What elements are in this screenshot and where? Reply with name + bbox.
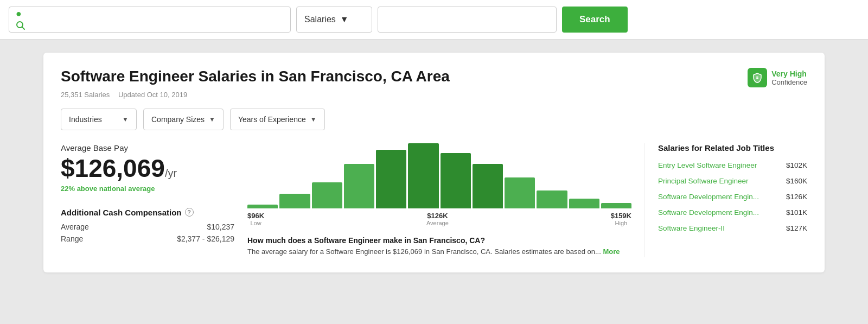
chart-panel: $96K Low $126K Average $159K High How mu…: [234, 143, 644, 257]
histogram-bar: [312, 182, 342, 208]
related-job-row: Software Development Engin...$126K: [658, 193, 807, 201]
confidence-text: Very High Confidence: [771, 69, 807, 86]
search-bar: ● Software Engineer Salaries ▼ San Franc…: [0, 0, 868, 40]
avg-value-label: $126K: [427, 212, 448, 220]
related-job-salary: $127K: [786, 224, 807, 232]
confidence-badge: Very High Confidence: [748, 68, 807, 87]
chart-labels: $96K Low $126K Average $159K High: [247, 212, 631, 226]
related-job-link[interactable]: Software Development Engin...: [658, 193, 759, 201]
related-title: Salaries for Related Job Titles: [658, 143, 807, 153]
updated-date: Updated Oct 10, 2019: [118, 91, 187, 99]
histogram-bar: [441, 153, 471, 208]
related-job-row: Software Development Engin...$101K: [658, 208, 807, 217]
company-sizes-chevron-icon: ▼: [209, 116, 215, 123]
right-panel: Salaries for Related Job Titles Entry Le…: [644, 143, 807, 257]
average-cash-value: $10,237: [207, 223, 234, 231]
description-body: The average salary for a Software Engine…: [247, 247, 601, 256]
more-link[interactable]: More: [603, 247, 620, 256]
description-title: How much does a Software Engineer make i…: [247, 236, 485, 245]
years-chevron-icon: ▼: [310, 116, 317, 123]
related-job-salary: $101K: [786, 208, 807, 217]
company-sizes-label: Company Sizes: [151, 115, 205, 124]
chart-low-label: $96K Low: [247, 212, 264, 226]
low-sub: Low: [250, 220, 261, 226]
low-value: $96K: [247, 212, 264, 220]
additional-cash-section: Additional Cash Compensation ? Average $…: [61, 208, 234, 243]
confidence-shield-icon: [748, 68, 767, 87]
card-body: Average Base Pay $126,069/yr 22% above n…: [61, 143, 807, 257]
salary-histogram: [247, 143, 631, 208]
histogram-bar: [376, 150, 406, 208]
svg-line-1: [22, 27, 25, 30]
left-panel: Average Base Pay $126,069/yr 22% above n…: [61, 143, 234, 257]
histogram-bar: [569, 199, 599, 208]
card-title: Software Engineer Salaries in San Franci…: [61, 68, 450, 85]
cash-average-row: Average $10,237: [61, 223, 234, 231]
avg-base-pay-value: $126,069/yr: [61, 155, 234, 182]
category-select[interactable]: Salaries ▼: [296, 7, 372, 33]
industries-chevron-icon: ▼: [122, 116, 129, 123]
histogram-bar: [279, 194, 310, 208]
card-meta: 25,351 Salaries Updated Oct 10, 2019: [61, 91, 807, 99]
related-job-salary: $102K: [786, 161, 807, 169]
high-value: $159K: [611, 212, 631, 220]
related-job-link[interactable]: Entry Level Software Engineer: [658, 161, 757, 169]
category-label: Salaries: [304, 15, 336, 24]
location-search-input[interactable]: San Francisco, CA: [386, 15, 548, 24]
cash-range-row: Range $2,377 - $26,129: [61, 234, 234, 243]
histogram-bar: [473, 164, 503, 209]
svg-rect-3: [756, 78, 758, 79]
help-icon[interactable]: ?: [185, 208, 194, 217]
histogram-bar: [505, 177, 535, 208]
range-label: Range: [61, 234, 83, 243]
related-job-salary: $160K: [786, 177, 807, 185]
job-search-input[interactable]: Software Engineer: [37, 14, 284, 25]
high-sub: High: [615, 220, 628, 226]
salary-card: Software Engineer Salaries in San Franci…: [43, 53, 825, 272]
related-job-link[interactable]: Principal Software Engineer: [658, 177, 749, 185]
related-job-row: Entry Level Software Engineer$102K: [658, 161, 807, 169]
chart-avg-label: $126K Average: [426, 212, 449, 226]
range-value: $2,377 - $26,129: [177, 234, 234, 243]
company-sizes-filter[interactable]: Company Sizes ▼: [143, 109, 224, 130]
above-national-avg: 22% above national average: [61, 185, 234, 193]
avg-sub: Average: [426, 220, 449, 226]
average-label: Average: [61, 223, 89, 231]
chart-description: How much does a Software Engineer make i…: [247, 235, 631, 257]
histogram-bar: [601, 203, 631, 209]
card-header: Software Engineer Salaries in San Franci…: [61, 68, 807, 87]
svg-rect-2: [756, 77, 758, 78]
salaries-count: 25,351 Salaries: [61, 91, 110, 99]
histogram-bar: [537, 190, 567, 208]
related-jobs-list: Entry Level Software Engineer$102KPrinci…: [658, 161, 807, 232]
histogram-bar: [408, 143, 438, 208]
years-label: Years of Experience: [238, 115, 306, 124]
histogram-bar: [344, 164, 374, 209]
very-high-label: Very High: [771, 69, 807, 78]
industries-filter[interactable]: Industries ▼: [61, 109, 137, 130]
related-job-link[interactable]: Software Development Engin...: [658, 208, 759, 217]
related-job-salary: $126K: [786, 193, 807, 201]
chevron-down-icon: ▼: [340, 15, 349, 24]
search-icon: ●: [16, 8, 33, 31]
related-job-link[interactable]: Software Engineer-II: [658, 224, 725, 232]
related-job-row: Software Engineer-II$127K: [658, 224, 807, 232]
additional-cash-title: Additional Cash Compensation ?: [61, 208, 234, 217]
years-experience-filter[interactable]: Years of Experience ▼: [230, 109, 325, 130]
chart-high-label: $159K High: [611, 212, 631, 226]
location-search-wrapper: San Francisco, CA: [378, 7, 557, 33]
industries-label: Industries: [69, 115, 102, 124]
avg-base-pay-label: Average Base Pay: [61, 143, 234, 153]
main-content: Software Engineer Salaries in San Franci…: [0, 40, 868, 285]
histogram-bar: [247, 205, 278, 209]
related-job-row: Principal Software Engineer$160K: [658, 177, 807, 185]
filters-row: Industries ▼ Company Sizes ▼ Years of Ex…: [61, 109, 807, 130]
search-button[interactable]: Search: [562, 7, 628, 33]
job-search-wrapper: ● Software Engineer: [9, 7, 291, 33]
confidence-sub-label: Confidence: [771, 78, 807, 86]
